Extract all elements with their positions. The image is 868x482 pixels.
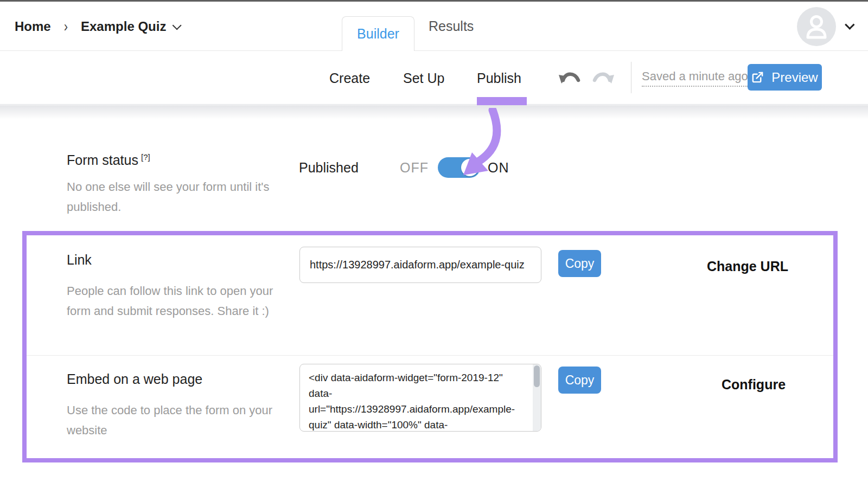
toolbar-tab-create-label: Create: [329, 70, 370, 86]
saved-status: Saved a minute ago: [642, 52, 748, 105]
published-label: Published: [299, 160, 400, 176]
header-account-area: [797, 2, 852, 51]
saved-status-label[interactable]: Saved a minute ago: [642, 69, 748, 87]
external-link-icon: [751, 71, 764, 83]
toggle-on-label: ON: [488, 160, 509, 176]
tab-builder[interactable]: Builder: [342, 16, 414, 51]
form-status-description: No one else will see your form until it'…: [67, 177, 300, 217]
published-toggle-row: Published OFF ON: [299, 157, 509, 178]
breadcrumb-current[interactable]: Example Quiz: [81, 19, 179, 34]
breadcrumb: Home › Example Quiz: [15, 2, 179, 51]
redo-button[interactable]: [591, 67, 615, 91]
publish-tab-highlight: [477, 97, 527, 105]
change-url-button[interactable]: Change URL: [707, 259, 788, 274]
toolbar-tab-setup[interactable]: Set Up: [403, 52, 444, 105]
toggle-off-label: OFF: [400, 160, 429, 176]
toolbar-tab-publish-label: Publish: [477, 70, 521, 86]
user-icon: [805, 14, 828, 40]
form-status-section: Form status[?] No one else will see your…: [67, 152, 300, 217]
account-chevron-down-icon[interactable]: [845, 20, 854, 29]
toolbar-divider: [631, 62, 631, 93]
tab-builder-label: Builder: [357, 26, 399, 42]
undo-button[interactable]: [558, 67, 582, 91]
toolbar-tab-create[interactable]: Create: [329, 52, 370, 105]
avatar[interactable]: [797, 7, 836, 46]
link-section-description: People can follow this link to open your…: [67, 281, 284, 321]
share-highlight-box: Link People can follow this link to open…: [22, 231, 838, 462]
copy-embed-button[interactable]: Copy: [558, 367, 601, 394]
breadcrumb-home[interactable]: Home: [15, 19, 51, 34]
chevron-down-icon: [173, 21, 182, 30]
embed-section-description: Use the code to place the form on your w…: [67, 400, 284, 440]
form-url-input[interactable]: [299, 247, 541, 283]
form-status-title-label: Form status: [67, 152, 138, 168]
redo-icon: [591, 67, 615, 89]
link-section-title: Link: [67, 252, 92, 268]
configure-button[interactable]: Configure: [722, 377, 786, 393]
scrollbar-thumb[interactable]: [534, 365, 540, 387]
preview-button-label: Preview: [771, 70, 818, 85]
form-status-title: Form status[?]: [67, 152, 300, 168]
builder-toolbar: Create Set Up Publish Saved a minute ago…: [0, 52, 868, 105]
copy-link-button[interactable]: Copy: [558, 250, 601, 277]
toggle-knob: [461, 159, 478, 176]
help-icon[interactable]: [?]: [141, 152, 150, 162]
tab-results[interactable]: Results: [429, 2, 474, 51]
embed-code-textarea[interactable]: <div data-aidaform-widget="form-2019-12"…: [299, 364, 541, 432]
toolbar-tab-setup-label: Set Up: [403, 70, 444, 86]
embed-code-container: <div data-aidaform-widget="form-2019-12"…: [299, 364, 541, 432]
header-bar: Home › Example Quiz Builder Results: [0, 2, 868, 51]
published-toggle[interactable]: [438, 157, 480, 178]
undo-icon: [558, 67, 582, 89]
embed-section-title: Embed on a web page: [67, 371, 202, 387]
section-divider: [27, 355, 833, 356]
breadcrumb-current-label: Example Quiz: [81, 19, 166, 34]
breadcrumb-separator-icon: ›: [64, 17, 68, 35]
tab-results-label: Results: [429, 18, 474, 34]
preview-button[interactable]: Preview: [748, 64, 822, 91]
